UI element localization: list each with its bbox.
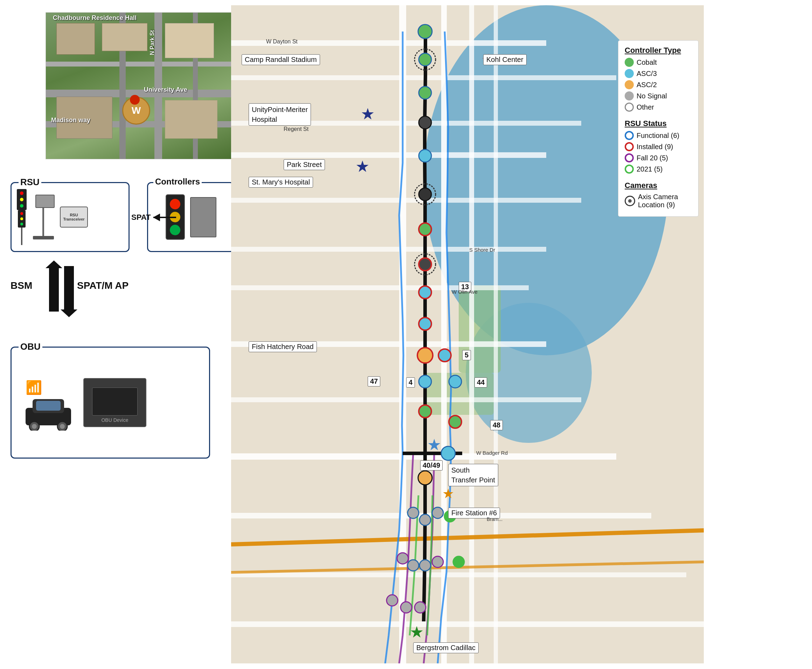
aerial-photo: W Chadbourne Residence Hall Madison way … — [45, 12, 235, 159]
kohl-center-label: Kohl Center — [483, 54, 527, 65]
year2021-legend-item: 2021 (5) — [625, 165, 692, 174]
spat-arrow-group: SPAT — [131, 213, 176, 222]
pole-icon — [42, 208, 44, 236]
svg-rect-22 — [231, 285, 529, 290]
svg-point-47 — [418, 471, 432, 485]
regent-label: Regent St — [284, 126, 308, 132]
bsm-arrow-up — [49, 266, 59, 311]
functional-label: Functional (6) — [637, 132, 679, 140]
cameras-legend: Cameras Axis CameraLocation (9) — [625, 181, 692, 209]
rsu-status-title: RSU Status — [625, 119, 692, 128]
svg-point-44 — [419, 405, 431, 418]
signal-head-icon — [17, 189, 27, 210]
svg-point-45 — [449, 415, 462, 428]
asc2-circle — [625, 80, 634, 89]
w-olin-label: W Olin Ave — [452, 289, 477, 295]
svg-point-57 — [387, 595, 398, 606]
asc3-label: ASC/3 — [637, 70, 657, 78]
cameras-title: Cameras — [625, 181, 692, 190]
unitypoint-star: ★ — [361, 106, 375, 122]
other-label: Other — [637, 103, 654, 111]
svg-point-30 — [418, 25, 432, 39]
svg-rect-28 — [231, 621, 704, 627]
fall20-label: Fall 20 (5) — [637, 154, 668, 162]
shore-dr-label: S Shore Dr — [469, 247, 495, 253]
functional-legend-item: Functional (6) — [625, 131, 692, 140]
svg-point-49 — [419, 514, 431, 526]
svg-point-50 — [432, 507, 443, 518]
rsu-status-legend: RSU Status Functional (6) Installed (9) … — [625, 119, 692, 174]
park-st-label: N Park St — [149, 30, 155, 55]
rsu-receiver-icon: RSUTransceiver — [60, 207, 88, 227]
camp-randall-label: Camp Randall Stadium — [242, 54, 320, 65]
signal-head-small-icon — [18, 210, 25, 227]
rsu-device-icon — [35, 195, 55, 208]
year2021-label: 2021 (5) — [637, 165, 663, 173]
svg-point-35 — [419, 188, 431, 201]
svg-point-39 — [419, 318, 431, 330]
asc3-legend-item: ASC/3 — [625, 69, 692, 78]
svg-point-33 — [419, 116, 431, 129]
spat-arrow-line — [153, 217, 176, 218]
svg-rect-15 — [494, 5, 498, 663]
obu-box: OBU 📶 OBU Device — [10, 346, 210, 459]
svg-point-48 — [408, 507, 419, 518]
asc2-legend-item: ASC/2 — [625, 80, 692, 89]
park-street-label: Park Street — [284, 159, 325, 170]
no-signal-circle — [625, 91, 634, 101]
functional-circle — [625, 131, 634, 140]
map-container: ★ ★ ★ ★ ★ ★ ★ Camp Randall Stadium Kohl … — [231, 5, 704, 663]
svg-rect-14 — [469, 5, 474, 663]
svg-point-46 — [441, 446, 455, 461]
no-signal-label: No Signal — [637, 92, 667, 100]
cabinet-icon — [190, 197, 217, 237]
south-transfer-star: ★ — [427, 437, 441, 453]
svg-point-38 — [419, 286, 431, 299]
university-ave-label: University Ave — [144, 86, 187, 94]
num-48: 48 — [490, 420, 503, 430]
cobalt-circle — [625, 58, 634, 67]
spatmap-arrow-down — [64, 266, 74, 311]
cobalt-label: Cobalt — [637, 59, 657, 67]
installed-legend-item: Installed (9) — [625, 142, 692, 151]
svg-point-59 — [415, 602, 426, 613]
svg-rect-24 — [231, 397, 581, 402]
communication-arrows — [49, 266, 74, 311]
svg-rect-6 — [36, 401, 61, 411]
base-icon — [33, 236, 54, 239]
bsm-label: BSM — [10, 280, 32, 291]
madison-way-label: Madison way — [51, 117, 90, 124]
controller-type-legend: Controller Type Cobalt ASC/3 ASC/2 No Si… — [625, 46, 692, 112]
other-circle — [625, 103, 634, 112]
installed-circle — [625, 142, 634, 151]
stmarys-star: ★ — [355, 159, 370, 174]
cobalt-legend-item: Cobalt — [625, 58, 692, 67]
installed-label: Installed (9) — [637, 143, 673, 151]
fish-hatchery-label: Fish Hatchery Road — [249, 341, 317, 352]
svg-point-42 — [419, 375, 431, 388]
asc2-label: ASC/2 — [637, 81, 657, 89]
fire-station-star: ★ — [442, 487, 454, 500]
unitypoint-label: UnityPoint-MeriterHospital — [249, 103, 311, 126]
wifi-symbol: 📶 — [25, 380, 42, 395]
axis-camera-circle — [625, 196, 635, 206]
bergstrom-label: Bergstrom Cadillac — [413, 642, 479, 653]
svg-point-40 — [417, 348, 433, 363]
svg-point-36 — [419, 223, 431, 235]
fall20-legend-item: Fall 20 (5) — [625, 153, 692, 163]
controller-type-title: Controller Type — [625, 46, 692, 55]
svg-point-54 — [419, 560, 431, 571]
axis-camera-legend-item: Axis CameraLocation (9) — [625, 193, 692, 209]
svg-rect-21 — [231, 247, 546, 252]
asc3-circle — [625, 69, 634, 78]
controllers-title: Controllers — [153, 177, 202, 187]
w-dayton-label: W Dayton St — [266, 39, 298, 45]
num-47: 47 — [368, 377, 380, 387]
fall20-circle — [625, 153, 634, 163]
num-4049: 40/49 — [420, 461, 442, 471]
w-badger-label: W Badger Rd — [476, 450, 508, 456]
spatmap-label: SPAT/M AP — [77, 280, 128, 291]
svg-point-55 — [432, 556, 443, 568]
other-legend-item: Other — [625, 103, 692, 112]
obu-device-photo: OBU Device — [83, 378, 146, 427]
